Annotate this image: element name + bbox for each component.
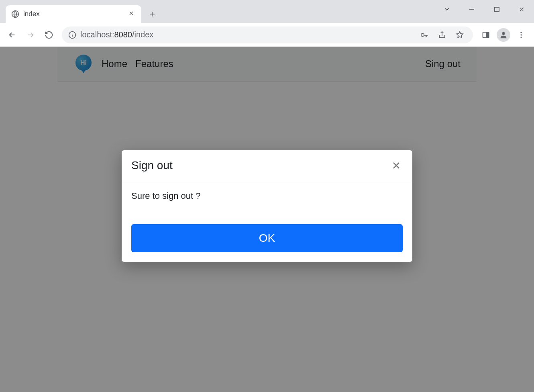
browser-chrome: index: [0, 0, 534, 47]
dialog-header: Sign out: [122, 150, 412, 181]
window-controls: [434, 0, 534, 18]
dialog-body: Sure to sign out ?: [122, 181, 412, 215]
svg-point-6: [502, 32, 505, 35]
svg-rect-5: [486, 32, 489, 37]
forward-button[interactable]: [22, 27, 39, 43]
star-icon[interactable]: [453, 31, 467, 39]
window-maximize-button[interactable]: [484, 0, 509, 18]
browser-toolbar: localhost:8080/index: [0, 23, 534, 47]
site-info-icon[interactable]: [68, 31, 76, 39]
avatar-icon: [497, 28, 510, 42]
svg-point-8: [520, 34, 522, 35]
toolbar-right: [478, 27, 530, 43]
dialog-close-icon[interactable]: [390, 159, 403, 172]
svg-point-7: [520, 32, 522, 33]
back-button[interactable]: [4, 27, 20, 43]
dialog-footer: OK: [122, 215, 412, 262]
reload-button[interactable]: [41, 27, 57, 43]
page-viewport: Hi Home Features Sing out Sign out Sure …: [0, 47, 534, 392]
share-icon[interactable]: [435, 31, 449, 39]
address-bar[interactable]: localhost:8080/index: [62, 27, 473, 43]
tab-close-icon[interactable]: [127, 8, 136, 20]
more-menu-icon[interactable]: [513, 27, 529, 43]
url-text: localhost:8080/index: [80, 30, 153, 39]
profile-avatar[interactable]: [495, 27, 512, 43]
tab-strip: index: [0, 0, 534, 23]
new-tab-button[interactable]: [145, 6, 160, 22]
dialog-title: Sign out: [131, 159, 173, 172]
chevron-down-icon[interactable]: [434, 0, 459, 18]
globe-icon: [11, 10, 19, 18]
side-panel-icon[interactable]: [478, 27, 494, 43]
svg-rect-1: [495, 7, 499, 12]
window-minimize-button[interactable]: [459, 0, 484, 18]
modal-overlay[interactable]: Sign out Sure to sign out ? OK: [0, 47, 534, 392]
window-close-button[interactable]: [509, 0, 534, 18]
signout-dialog: Sign out Sure to sign out ? OK: [122, 150, 412, 262]
svg-point-9: [520, 37, 522, 38]
svg-point-3: [421, 33, 424, 36]
key-icon[interactable]: [418, 31, 431, 39]
ok-button[interactable]: OK: [131, 224, 403, 252]
browser-tab[interactable]: index: [6, 5, 141, 23]
tab-title: index: [23, 10, 123, 18]
